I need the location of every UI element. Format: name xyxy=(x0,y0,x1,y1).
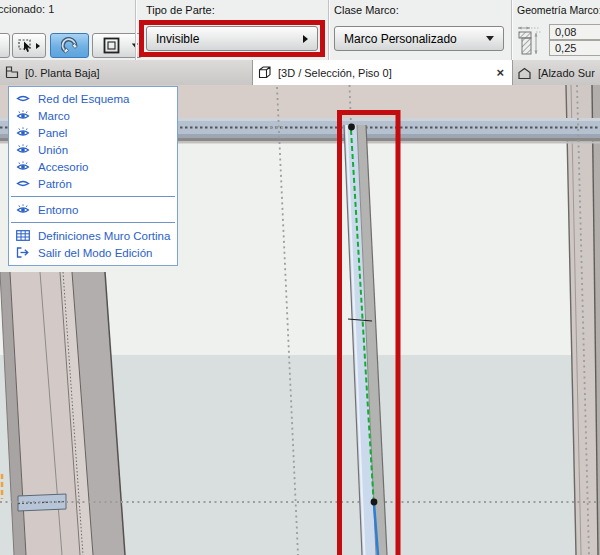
view-tab-bar: [0. Planta Baja] [3D / Selección, Piso 0… xyxy=(0,60,600,85)
eye-closed-icon xyxy=(16,93,30,104)
tab-floor-plan[interactable]: [0. Planta Baja] xyxy=(0,60,252,85)
menu-item-label: Entorno xyxy=(38,204,78,216)
archicad-window: ccionado: 1 xyxy=(0,0,600,555)
tab-elevation[interactable]: [Alzado Sur xyxy=(513,60,600,85)
menu-item-panel[interactable]: Panel xyxy=(9,124,177,141)
eye-open-icon xyxy=(16,144,30,155)
menu-separator xyxy=(11,196,175,197)
chevron-down-icon xyxy=(486,36,494,41)
menu-item-label: Panel xyxy=(38,127,67,139)
menu-item-label: Accesorio xyxy=(38,161,89,173)
magnet-icon xyxy=(61,37,79,55)
menu-item-label: Definiciones Muro Cortina xyxy=(38,230,170,242)
frame-display-button[interactable] xyxy=(92,33,130,58)
frame-icon xyxy=(103,37,120,54)
frame-width-field[interactable]: 0,08 xyxy=(549,24,600,40)
menu-item-marco[interactable]: Marco xyxy=(9,107,177,124)
left-wall-column[interactable] xyxy=(0,272,125,555)
tab-label: [0. Planta Baja] xyxy=(25,67,100,79)
exit-icon xyxy=(16,247,30,258)
menu-separator xyxy=(11,222,175,223)
menu-item-red-del-esquema[interactable]: Red del Esquema xyxy=(9,90,177,107)
toolbar-separator xyxy=(135,0,136,60)
toolbar-separator xyxy=(511,0,512,60)
elevation-icon xyxy=(517,66,532,80)
marquee-select-button[interactable] xyxy=(12,33,46,58)
eye-open-icon xyxy=(16,110,30,121)
selection-status: ccionado: 1 xyxy=(0,3,54,15)
flyout-arrow-icon xyxy=(303,35,308,43)
frame-depth-field[interactable]: 0,25 xyxy=(549,40,600,56)
magnet-toggle-button[interactable] xyxy=(50,33,89,58)
frame-class-dropdown[interactable]: Marco Personalizado xyxy=(334,26,504,51)
eye-open-icon xyxy=(16,161,30,172)
selection-handle-bottom[interactable] xyxy=(371,499,378,506)
menu-item-union[interactable]: Unión xyxy=(9,141,177,158)
frame-class-value: Marco Personalizado xyxy=(344,32,457,46)
menu-item-definiciones-muro-cortina[interactable]: Definiciones Muro Cortina xyxy=(9,227,177,244)
floor-plan-icon xyxy=(4,65,19,80)
options-toolbar: ccionado: 1 xyxy=(0,0,600,60)
frame-width-value: 0,08 xyxy=(555,26,576,38)
eye-open-icon xyxy=(16,127,30,138)
tab-label: [3D / Selección, Piso 0] xyxy=(278,67,490,79)
frame-depth-value: 0,25 xyxy=(555,42,576,54)
toolbar-separator xyxy=(328,0,329,60)
menu-item-label: Unión xyxy=(38,144,68,156)
menu-item-entorno[interactable]: Entorno xyxy=(9,201,177,218)
table-icon xyxy=(16,230,30,241)
menu-item-salir-modo-edicion[interactable]: Salir del Modo Edición xyxy=(9,244,177,261)
curtain-wall-edit-menu: Red del Esquema Marco Panel U xyxy=(8,86,178,266)
tab-3d-view-active[interactable]: [3D / Selección, Piso 0] × xyxy=(252,60,513,85)
part-type-label: Tipo de Parte: xyxy=(146,4,215,16)
frame-class-label: Clase Marco: xyxy=(334,4,399,16)
eye-open-icon xyxy=(16,204,30,215)
tab-label: [Alzado Sur xyxy=(538,67,595,79)
part-type-dropdown[interactable]: Invisible xyxy=(146,26,318,51)
menu-item-label: Patrón xyxy=(38,178,72,190)
part-type-value: Invisible xyxy=(156,32,199,46)
3d-view-icon xyxy=(257,65,272,80)
marquee-arrow-icon xyxy=(18,38,34,53)
menu-item-label: Red del Esquema xyxy=(38,93,129,105)
clipped-toolbar-button[interactable] xyxy=(0,33,10,58)
menu-item-label: Salir del Modo Edición xyxy=(38,247,152,259)
menu-item-label: Marco xyxy=(38,110,70,122)
frame-geometry-label: Geometría Marco: xyxy=(517,4,600,16)
menu-item-accesorio[interactable]: Accesorio xyxy=(9,158,177,175)
selection-handle-top[interactable] xyxy=(348,124,355,131)
close-icon[interactable]: × xyxy=(496,66,504,79)
menu-item-patron[interactable]: Patrón xyxy=(9,175,177,192)
flyout-arrow-icon xyxy=(36,43,40,49)
frame-profile-dimensions-icon xyxy=(516,24,547,58)
eye-closed-icon xyxy=(16,178,30,189)
lower-transom-bar xyxy=(18,494,66,511)
